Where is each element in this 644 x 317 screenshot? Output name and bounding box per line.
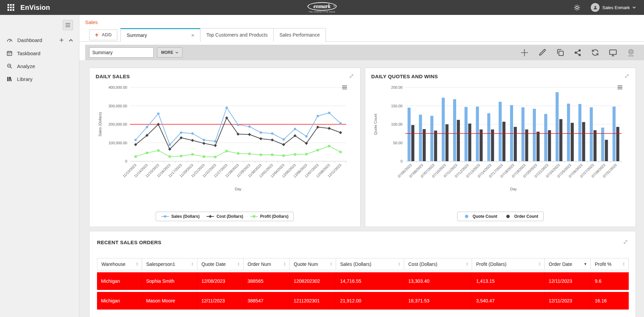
table-cell: 12/11/2023: [545, 292, 591, 310]
sidebar-item-analyze[interactable]: Analyze: [0, 60, 79, 72]
breadcrumb: Sales: [79, 15, 644, 28]
refresh-icon: [591, 48, 599, 57]
legend-label: Profit (Dollars): [260, 214, 288, 219]
table-row[interactable]: MichiganSophia Smith12/08/20233885651208…: [97, 272, 629, 290]
tab-sales-performance[interactable]: Sales Performance: [273, 28, 326, 42]
column-header-label: Warehouse: [101, 261, 125, 267]
share-button[interactable]: [574, 49, 582, 57]
app-title: EnVision: [20, 4, 50, 12]
svg-text:100,000.00: 100,000.00: [109, 141, 127, 145]
sidebar-collapse-button[interactable]: [63, 20, 73, 30]
expand-panel-button[interactable]: [624, 73, 629, 79]
legend-item[interactable]: Quote Count: [463, 214, 497, 219]
column-header[interactable]: Quote Num▲▼: [290, 258, 336, 270]
table-cell: 388547: [243, 292, 290, 310]
tab-top-customers-and-products[interactable]: Top Customers and Products: [200, 28, 274, 42]
svg-text:200,000.00: 200,000.00: [109, 122, 127, 126]
add-tab-label: ADD: [102, 32, 112, 37]
svg-text:100.00: 100.00: [391, 122, 403, 126]
column-header[interactable]: Order Num▲▼: [243, 258, 290, 270]
settings-button[interactable]: [573, 3, 581, 12]
column-header[interactable]: Order Date▼: [545, 258, 591, 270]
sidebar-item-label: Dashboard: [17, 37, 55, 43]
expand-icon: [624, 73, 629, 79]
svg-text:Sales (Dollars): Sales (Dollars): [98, 112, 102, 136]
registered-mark: ®: [333, 3, 335, 9]
sort-icon[interactable]: ▲▼: [539, 262, 541, 267]
expand-icon: [349, 73, 354, 79]
expand-panel-button[interactable]: [349, 73, 354, 79]
sidebar-item-library[interactable]: Library: [0, 72, 79, 85]
sort-icon[interactable]: ▲▼: [191, 262, 194, 267]
top-bar: EnVision enmark ® THE COMPETITIVE EDGE S…: [0, 0, 644, 15]
plus-icon: [59, 38, 64, 42]
svg-text:0: 0: [401, 159, 403, 163]
column-header[interactable]: Cost (Dollars)▲▼: [404, 258, 472, 270]
chart-context-menu-button[interactable]: [617, 85, 623, 90]
expand-panel-button[interactable]: [623, 239, 628, 245]
user-menu[interactable]: Sales Enmark: [589, 3, 638, 12]
svg-text:150.00: 150.00: [391, 104, 403, 108]
sort-desc-icon[interactable]: ▼: [584, 262, 587, 266]
apps-grid-button[interactable]: [6, 3, 16, 12]
sort-icon[interactable]: ▲▼: [237, 262, 240, 267]
legend-item[interactable]: Order Count: [504, 214, 538, 219]
column-header[interactable]: Salesperson1▲▼: [142, 258, 197, 270]
table-cell: 9.6: [591, 272, 629, 290]
logo-text: enmark: [313, 3, 331, 9]
column-header[interactable]: Sales (Dollars)▲▼: [336, 258, 404, 270]
sidebar: Dashboard Taskboard: [0, 15, 79, 317]
legend-item[interactable]: Profit (Dollars): [250, 214, 288, 219]
chevron-down-icon: [175, 51, 178, 54]
sort-icon[interactable]: ▲▼: [284, 262, 286, 267]
hamburger-icon: [342, 85, 347, 89]
add-widget-button[interactable]: [520, 48, 529, 57]
sort-icon[interactable]: ▲▼: [398, 262, 401, 267]
table-cell: 12/08/2023: [197, 272, 243, 290]
legend-item[interactable]: Sales (Dollars): [161, 214, 199, 219]
column-header-label: Salesperson1: [146, 261, 175, 267]
collapse-section-button[interactable]: [69, 39, 73, 42]
svg-text:50.00: 50.00: [393, 141, 403, 145]
recent-sales-orders-panel: RECENT SALES ORDERS Warehouse▲▼Salespers…: [89, 231, 636, 317]
sidebar-item-taskboard[interactable]: Taskboard: [0, 47, 79, 60]
copy-button[interactable]: [556, 48, 564, 57]
sort-icon[interactable]: ▲▼: [136, 262, 138, 267]
present-button[interactable]: [609, 48, 617, 57]
column-header[interactable]: Profit (Dollars)▲▼: [472, 258, 545, 270]
table-cell: 18,371.53: [404, 292, 472, 310]
hamburger-icon: [65, 23, 71, 27]
column-header-label: Cost (Dollars): [408, 261, 437, 267]
add-dashboard-button[interactable]: [59, 38, 64, 42]
expand-icon: [623, 239, 628, 245]
more-button[interactable]: MORE: [157, 47, 182, 58]
sort-icon[interactable]: ▲▼: [623, 262, 625, 267]
tab-summary[interactable]: Summary ×: [120, 28, 200, 42]
column-header[interactable]: Profit %▲▼: [591, 258, 629, 270]
svg-text:200.00: 200.00: [391, 85, 403, 89]
panel-title: RECENT SALES ORDERS: [97, 239, 161, 245]
svg-text:Day: Day: [510, 187, 517, 191]
column-header-label: Order Num: [248, 261, 271, 267]
table-cell: 1208202302: [290, 272, 336, 290]
close-tab-icon[interactable]: ×: [191, 33, 194, 38]
view-name-input[interactable]: [89, 47, 154, 58]
column-header[interactable]: Warehouse▲▼: [97, 258, 142, 270]
legend-item[interactable]: Cost (Dollars): [206, 214, 243, 219]
sort-icon[interactable]: ▲▼: [466, 262, 468, 267]
column-header[interactable]: Quote Date▲▼: [197, 258, 243, 270]
column-header-label: Profit (Dollars): [476, 261, 506, 267]
refresh-button[interactable]: [591, 48, 599, 57]
table-cell: 13,303.40: [404, 272, 472, 290]
sort-icon[interactable]: ▲▼: [330, 262, 332, 267]
main-content: Sales + ADD Summary × Top Customers and …: [79, 15, 644, 317]
sidebar-item-label: Analyze: [17, 63, 74, 69]
edit-button[interactable]: [539, 48, 547, 57]
add-tab-button[interactable]: + ADD: [89, 29, 117, 40]
table-row[interactable]: MichiganMason Moore12/11/202338854712112…: [97, 292, 629, 310]
panel-title: DAILY QUOTES AND WINS: [371, 73, 438, 79]
chart-context-menu-button[interactable]: [341, 85, 348, 90]
sidebar-item-dashboard[interactable]: Dashboard: [0, 34, 79, 47]
column-header-label: Quote Num: [294, 261, 318, 267]
publish-web-button[interactable]: www: [627, 48, 635, 57]
